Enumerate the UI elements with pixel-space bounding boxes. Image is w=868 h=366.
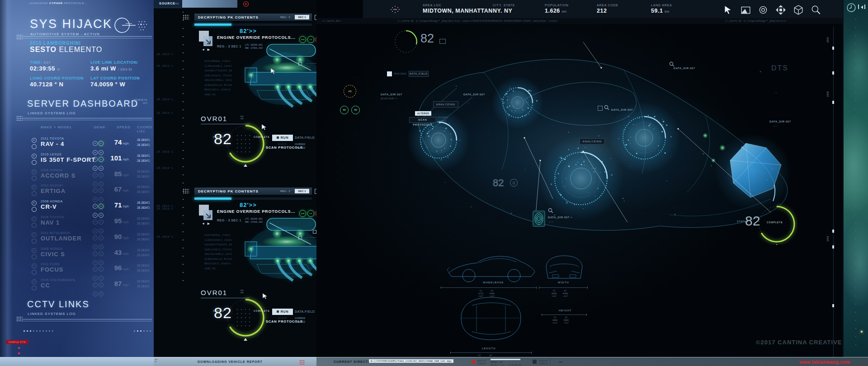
- q-circle-icon: Q: [510, 179, 518, 187]
- wheelbase-label: WHEELBASE: [483, 281, 504, 284]
- dim-coord-readout: 28.3834'1: [156, 150, 173, 153]
- page-subtitle: AUTOMOTIVE SYSTEM - ACTIVE: [30, 32, 100, 36]
- data-field-chip[interactable]: DATA_FIELD: [409, 71, 429, 77]
- search-icon[interactable]: [669, 61, 675, 67]
- data-dir-label: DATA_DIR 007: [769, 120, 791, 123]
- cube-tool-icon[interactable]: [793, 5, 804, 15]
- vehicle-year-make: 2008 HONDA: [41, 200, 63, 203]
- scan-protocols-chip[interactable]: SCAN PROTOCOLS: [409, 117, 436, 123]
- vehicle-coords: 28.3834'128.3834'1: [137, 232, 150, 242]
- locator-grid-icon: [390, 5, 400, 14]
- engine-visual[interactable]: [243, 216, 322, 289]
- vehicle-speed: 95mph: [104, 217, 129, 225]
- cctv-pager-dots[interactable]: [24, 325, 55, 333]
- vehicle-year-make: 2015 LEXUS: [41, 153, 61, 156]
- vehicle-speed: 90mph: [104, 233, 129, 240]
- vehicle-model: RAV - 4: [41, 141, 64, 147]
- sec-badge[interactable]: SEC 1: [295, 15, 309, 19]
- run-diag-button[interactable]: RUN DIAG: [272, 309, 293, 315]
- panel-title: DECRYPTING PK CONTENTS: [198, 189, 259, 193]
- gauge-value: 82: [214, 130, 232, 148]
- dotted-rail: [183, 12, 184, 281]
- search-icon[interactable]: [548, 208, 553, 213]
- fingerprint-icon[interactable]: [533, 211, 545, 227]
- diag-box-icon[interactable]: [387, 71, 392, 76]
- search-icon[interactable]: [604, 105, 609, 110]
- ruler-tick: [832, 47, 834, 50]
- vehicle-row[interactable]: 2006 HONDAACCORD SPDRN85mph28.3834'128.3…: [0, 169, 154, 183]
- panel-header[interactable]: DECRYPTING PK CONTENTS REG - 3 SEC 1: [194, 14, 312, 21]
- bottom-bar-left: [0, 357, 154, 366]
- row-target-icons: [32, 263, 37, 276]
- vehicle-row[interactable]: 2005 VOLKSWAGENCCPDRN87mph28.3834'128.38…: [0, 278, 154, 293]
- vehicle-coords: 28.3834'128.3834'1: [137, 248, 150, 258]
- vehicle-row[interactable]: 2011 TOYOTARAV - 4PDRN74mph28.3834'128.3…: [0, 137, 154, 151]
- vehicle-row[interactable]: 2011 MITSUBISHIOUTLANDERPDRN90mph28.3834…: [0, 231, 154, 246]
- cursor-pointer-icon: [262, 293, 268, 300]
- row-target-icons: [32, 169, 37, 182]
- run-diag-mini-label[interactable]: RUN DIAG: [394, 72, 407, 75]
- vehicle-year-make: 2003 SUZUKI: [41, 184, 63, 187]
- search-tool-icon[interactable]: [811, 5, 821, 15]
- engine-visual[interactable]: [243, 42, 322, 115]
- outline-82-value: 82: [493, 177, 504, 189]
- vehicle-coords: 28.3834'128.3834'1: [137, 184, 150, 194]
- alert-dot: [861, 331, 863, 333]
- data-field-label: DATA.FIELD: [295, 136, 315, 139]
- current-dir-path[interactable]: D://SYSTEM/USERS/F201_LS38/03_4883/SHAW_…: [369, 359, 453, 363]
- dimension-readout: Y24044+127: [552, 316, 557, 324]
- vehicle-row[interactable]: 2011 FORDFOCUSPDRN96mph28.3834'128.3834'…: [0, 263, 154, 277]
- clock-icon[interactable]: [846, 3, 856, 13]
- height-label: HEIGHT: [559, 309, 572, 312]
- sec-badge[interactable]: SEC 1: [295, 189, 309, 193]
- red-module-icon[interactable]: [472, 360, 475, 364]
- cctv-pager-dots[interactable]: [134, 325, 153, 333]
- cursor-pointer-icon: [270, 68, 276, 75]
- page-title: SYS HIJACK: [30, 17, 113, 31]
- data-dir-caret: < >: [773, 125, 777, 127]
- panel-header[interactable]: DECRYPTING PK CONTENTS REG - 3 SEC 1: [194, 188, 312, 195]
- prev-next-arrows[interactable]: ◄ ▶: [202, 222, 211, 225]
- prev-next-arrows[interactable]: ◄ ▶: [202, 48, 211, 52]
- row-target-icons: [32, 232, 37, 245]
- file-stack-icon: [198, 30, 216, 49]
- hud-debris: [598, 106, 603, 111]
- module-loc-readout: MODULE LOC40.64°(1.0), -73.28 40.00: [491, 361, 521, 366]
- car-gauge-value: 82: [745, 213, 760, 229]
- vehicle-row[interactable]: 2008 HONDACR-VPDRN71mph28.3834'128.3834'…: [0, 200, 154, 214]
- image-tool-icon[interactable]: [740, 5, 751, 15]
- ruler-tick: [832, 101, 834, 104]
- dot-grid-decoration: [183, 188, 189, 194]
- sys-hijack-screen: LAUNCHING CYPHER PROTOCOLS... SYS HIJACK…: [0, 0, 868, 366]
- width-label: WIDTH: [558, 281, 569, 284]
- hash-dump: 9ZKK3MRNQL_F2E6111ZB4Q09BCX_2300110K3B41…: [204, 233, 232, 271]
- lat-coord-value: 74.0059 ° W: [90, 81, 125, 88]
- ruler-value: 355: [826, 37, 829, 42]
- vehicle-row[interactable]: 2015 LEXUSIS 350T F-SPORTPDRN101mph28.38…: [0, 153, 154, 167]
- vehicle-model: FOCUS: [41, 266, 64, 273]
- source-tab[interactable]: SOURCE4/6: [154, 0, 182, 8]
- vehicle-year-make: 2011 MITSUBISHI: [41, 231, 71, 235]
- grid-icon[interactable]: [533, 360, 537, 364]
- vehicle-hologram-area: AREA LOCMIDTOWN, MANHATTANCITY, STATENY.…: [316, 0, 868, 357]
- ovr-codes: OVR002OVR002: [295, 316, 305, 324]
- dim-coord-readout: 28.3834'1: [156, 98, 173, 101]
- vehicle-row[interactable]: 2008 HONDACIVIC SPDRN43mph28.3834'128.38…: [0, 247, 154, 262]
- vehicle-row[interactable]: 2006 TOYOTANAV 1PDRN95mph28.3834'128.383…: [0, 216, 154, 230]
- dash-mark: [559, 361, 562, 362]
- bottom-bar-mid: 36582 DOWNLOADING VEHICLE REPORT: [154, 357, 316, 366]
- gauge-90-a: 90: [340, 106, 349, 114]
- vehicle-year-make: 2005 VOLKSWAGEN: [41, 278, 75, 282]
- run-diag-button[interactable]: RUN DIAG: [272, 135, 293, 141]
- record-target-icon: [242, 1, 250, 7]
- vehicle-model: CR-V: [41, 203, 57, 210]
- width-dims: Y24344+127X24344+127: [552, 290, 568, 298]
- move-tool-icon[interactable]: [775, 5, 786, 15]
- mini-progress: [491, 359, 520, 360]
- altered-chip[interactable]: ALTERED: [415, 111, 431, 116]
- dim-coord-readout: 28.3834'1: [156, 207, 173, 210]
- vehicle-row[interactable]: 2003 SUZUKIERTIGAPDRN67mph28.3834'128.38…: [0, 184, 154, 198]
- target-tool-icon[interactable]: [758, 5, 769, 15]
- cursor-tool-icon[interactable]: [722, 5, 733, 15]
- dimension-readout: Y24344+127: [552, 290, 557, 298]
